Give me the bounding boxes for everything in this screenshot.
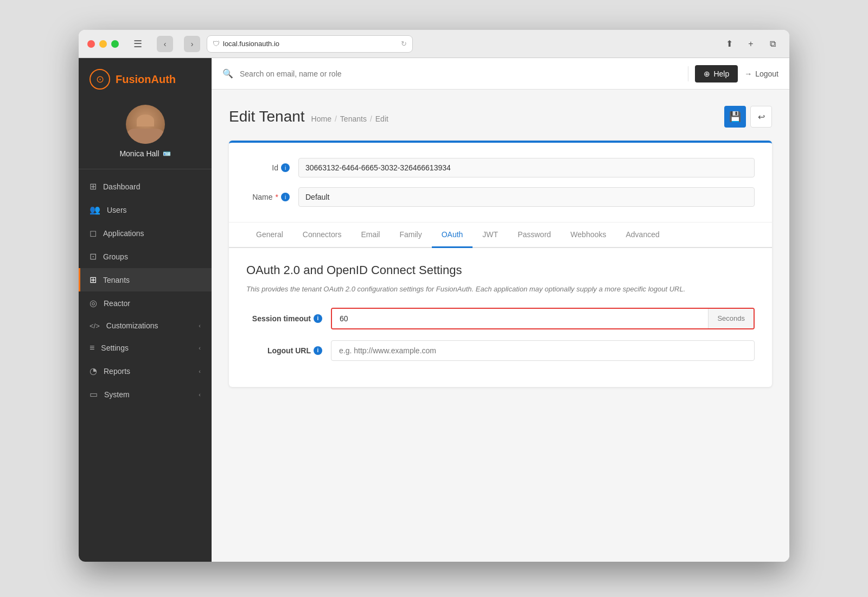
- tab-connectors[interactable]: Connectors: [293, 223, 352, 248]
- fullscreen-button[interactable]: [111, 40, 119, 48]
- breadcrumb: Home / Tenants / Edit: [311, 115, 388, 123]
- section-description: This provides the tenant OAuth 2.0 confi…: [246, 284, 755, 295]
- refresh-icon[interactable]: ↻: [401, 40, 407, 48]
- dashboard-icon: ⊞: [90, 181, 97, 192]
- minimize-button[interactable]: [99, 40, 107, 48]
- logout-url-row: Logout URL i: [246, 340, 755, 361]
- sidebar-item-users[interactable]: 👥 Users: [79, 198, 212, 221]
- section-title: OAuth 2.0 and OpenID Connect Settings: [246, 263, 755, 277]
- tab-family[interactable]: Family: [390, 223, 431, 248]
- back-button[interactable]: ↩: [750, 106, 772, 128]
- name-field-row: Name * i: [246, 187, 755, 207]
- session-timeout-info-icon[interactable]: i: [314, 314, 322, 323]
- oauth-settings-section: OAuth 2.0 and OpenID Connect Settings Th…: [229, 248, 772, 387]
- close-button[interactable]: [87, 40, 95, 48]
- logo-icon: ⊙: [90, 69, 110, 90]
- user-card-icon: 🪪: [163, 150, 171, 157]
- id-input[interactable]: [298, 158, 755, 177]
- form-card: Id i Name * i: [229, 141, 772, 387]
- logout-url-label: Logout URL i: [246, 346, 322, 355]
- sidebar-item-dashboard[interactable]: ⊞ Dashboard: [79, 175, 212, 198]
- session-timeout-row: Session timeout i Seconds: [246, 308, 755, 329]
- traffic-lights: [87, 40, 119, 48]
- breadcrumb-sep2: /: [370, 115, 372, 123]
- system-icon: ▭: [90, 389, 98, 399]
- topbar: 🔍 ⊕ Help → Logout: [212, 58, 789, 90]
- logo-text: FusionAuth: [116, 73, 176, 86]
- avatar: [126, 105, 165, 144]
- session-timeout-suffix: Seconds: [708, 309, 754, 328]
- id-info-icon[interactable]: i: [281, 163, 290, 172]
- form-section-basic: Id i Name * i: [229, 143, 772, 223]
- reports-icon: ◔: [90, 366, 97, 376]
- main-content: Edit Tenant Home / Tenants / Edit 💾: [212, 90, 789, 562]
- sidebar-item-label: Users: [107, 206, 127, 214]
- logout-button[interactable]: → Logout: [744, 69, 778, 78]
- tab-general[interactable]: General: [246, 223, 293, 248]
- users-icon: 👥: [90, 205, 100, 215]
- breadcrumb-tenants[interactable]: Tenants: [340, 115, 367, 123]
- security-icon: 🛡: [213, 40, 220, 48]
- chevron-right-icon: ‹: [199, 322, 201, 329]
- name-input[interactable]: [298, 187, 755, 207]
- breadcrumb-home[interactable]: Home: [311, 115, 331, 123]
- chevron-right-icon: ‹: [199, 345, 201, 351]
- page-actions: 💾 ↩: [724, 106, 772, 128]
- tab-oauth[interactable]: OAuth: [432, 223, 473, 248]
- customizations-icon: </>: [90, 322, 100, 330]
- breadcrumb-sep: /: [335, 115, 337, 123]
- logout-icon: →: [744, 69, 752, 78]
- required-marker: *: [276, 193, 278, 201]
- chevron-right-icon: ‹: [199, 368, 201, 374]
- reactor-icon: ◎: [90, 298, 97, 308]
- sidebar-item-system[interactable]: ▭ System ‹: [79, 383, 212, 406]
- back-icon: ↩: [758, 112, 765, 122]
- logo-text-normal: Fusion: [116, 73, 151, 85]
- sidebar-item-groups[interactable]: ⊡ Groups: [79, 245, 212, 268]
- save-button[interactable]: 💾: [724, 106, 746, 128]
- titlebar: ☰ ‹ › 🛡 local.fusionauth.io ↻ ⬆ + ⧉: [79, 30, 789, 58]
- name-info-icon[interactable]: i: [281, 193, 290, 201]
- settings-icon: ≡: [90, 343, 94, 353]
- tab-password[interactable]: Password: [508, 223, 560, 248]
- sidebar-nav: ⊞ Dashboard 👥 Users ◻ Applications ⊡ Gro…: [79, 169, 212, 562]
- url-bar[interactable]: 🛡 local.fusionauth.io ↻: [207, 35, 413, 53]
- tab-jwt[interactable]: JWT: [473, 223, 508, 248]
- session-timeout-label: Session timeout i: [246, 314, 322, 323]
- help-button[interactable]: ⊕ Help: [695, 65, 738, 82]
- help-icon: ⊕: [704, 69, 710, 78]
- session-timeout-input[interactable]: [332, 309, 708, 328]
- sidebar-item-reports[interactable]: ◔ Reports ‹: [79, 359, 212, 383]
- tab-advanced[interactable]: Advanced: [616, 223, 669, 248]
- sidebar-item-reactor[interactable]: ◎ Reactor: [79, 291, 212, 315]
- tabs-icon[interactable]: ⧉: [764, 36, 781, 52]
- sidebar-toggle-icon[interactable]: ☰: [130, 36, 146, 52]
- sidebar-item-tenants[interactable]: ⊞ Tenants: [79, 268, 212, 291]
- page-title-area: Edit Tenant Home / Tenants / Edit: [229, 108, 388, 125]
- search-icon: 🔍: [222, 68, 233, 79]
- tab-email[interactable]: Email: [351, 223, 390, 248]
- sidebar-item-label: Tenants: [103, 276, 130, 284]
- chevron-right-icon: ‹: [199, 391, 201, 398]
- sidebar-item-label: Applications: [103, 229, 144, 238]
- session-timeout-input-group: Seconds: [331, 308, 755, 329]
- groups-icon: ⊡: [90, 251, 97, 262]
- logout-url-input[interactable]: [331, 340, 755, 361]
- user-section: Monica Hall 🪪: [79, 98, 212, 169]
- logout-url-info-icon[interactable]: i: [314, 346, 322, 355]
- search-input[interactable]: [240, 69, 681, 78]
- sidebar-item-label: System: [104, 390, 130, 399]
- name-label: Name * i: [246, 193, 290, 201]
- sidebar-item-settings[interactable]: ≡ Settings ‹: [79, 336, 212, 359]
- sidebar-item-label: Reactor: [104, 299, 130, 308]
- forward-nav-button[interactable]: ›: [184, 36, 200, 52]
- share-icon[interactable]: ⬆: [721, 36, 737, 52]
- sidebar-item-label: Dashboard: [103, 182, 141, 191]
- sidebar-item-applications[interactable]: ◻ Applications: [79, 221, 212, 245]
- back-nav-button[interactable]: ‹: [157, 36, 173, 52]
- new-tab-icon[interactable]: +: [743, 36, 759, 52]
- sidebar-item-customizations[interactable]: </> Customizations ‹: [79, 315, 212, 336]
- id-label: Id i: [246, 163, 290, 172]
- tab-webhooks[interactable]: Webhooks: [561, 223, 616, 248]
- url-text: local.fusionauth.io: [223, 40, 279, 48]
